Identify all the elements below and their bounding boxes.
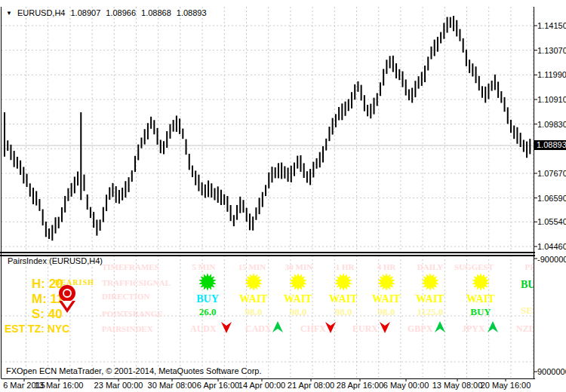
current-price-tag: 1.08893	[534, 140, 566, 150]
signal-label: WAIT	[239, 293, 267, 305]
panel-scale-bottom: 90000000	[537, 367, 566, 376]
timeframe-header: 4 HR	[377, 262, 396, 271]
low-value: 1.08868	[141, 8, 171, 17]
price-axis-label: 1.14150	[537, 21, 566, 30]
chart-ohlc-legend: ▼ EURUSD,H4 1.08907 1.08966 1.08868 1.08…	[6, 8, 207, 17]
currency-index-label: JPYX	[462, 323, 485, 335]
currency-index-label: AUDX	[190, 323, 217, 335]
currency-index-label: NZDX	[516, 323, 534, 335]
points-range-value: 26.0	[199, 306, 217, 318]
panel-row-label: TRAFFICSIGNAL	[102, 278, 171, 287]
panel-row-label: POINTSRANGE	[102, 309, 163, 318]
platform-copyright: FXOpen ECN MetaTrader, © 2001-2014, Meta…	[6, 366, 261, 375]
symbol-label: EURUSD,H4	[17, 8, 66, 17]
time-axis-label: 20 May 16:00	[481, 381, 531, 390]
panel-scale-top: -9000000	[537, 255, 566, 264]
signal-label: WAIT	[329, 293, 357, 305]
indicator-title: PairsIndex (EURUSD,H4)	[8, 256, 103, 265]
panel-row-label: DIRECTION	[102, 292, 150, 301]
currency-index-label: CHFX	[300, 323, 326, 335]
timeframe-header: 15 MIN	[238, 262, 266, 271]
time-axis-label: 21 Apr 08:00	[288, 381, 334, 390]
clock-seconds: S: 40	[32, 307, 63, 322]
symbol-dropdown-arrow-icon[interactable]: ▼	[6, 10, 12, 17]
points-range-value: 98.0	[245, 306, 263, 318]
open-value: 1.08907	[71, 8, 101, 17]
points-range-value: 98.0	[335, 306, 352, 318]
points-range-value: 98.0	[378, 306, 395, 318]
price-axis-label: 1.05540	[537, 217, 566, 226]
timeframe-header: DAILY	[417, 262, 443, 271]
currency-index-label: GBPX	[408, 323, 432, 335]
signal-label: WAIT	[284, 293, 312, 305]
price-axis-label: 1.09830	[537, 120, 566, 129]
price-axis-label: 1.04460	[537, 242, 566, 251]
timeframe-header: PI	[525, 262, 534, 271]
time-axis-label: 14 Apr 00:00	[238, 381, 285, 390]
panel-row-label: TIMEFRAMES	[102, 262, 159, 271]
points-range-value: BUY	[470, 306, 491, 318]
time-axis-label: 23 Mar 00:00	[94, 381, 143, 390]
close-value: 1.08893	[177, 8, 207, 17]
signal-label: WAIT	[466, 293, 494, 305]
timeframe-header: 5 MIN	[192, 262, 216, 271]
time-axis-label: 28 Apr 16:00	[337, 381, 383, 390]
currency-index-label: CADX	[245, 323, 272, 335]
price-axis-label: 1.10910	[537, 95, 566, 104]
price-axis-label: 1.07670	[537, 169, 566, 178]
price-axis-label: 1.06590	[537, 194, 566, 203]
panel-row-label: PAIRSINDEX	[102, 324, 153, 333]
signal-label: BUY	[196, 293, 219, 305]
panel-separator[interactable]	[0, 251, 535, 257]
time-axis-label: 13 Mar 16:00	[35, 381, 84, 390]
price-axis-label: 1.13070	[537, 46, 566, 55]
price-axis-label: 1.11990	[537, 70, 566, 79]
map-pin-icon	[59, 285, 77, 318]
timeframe-header: 1 HR	[336, 262, 355, 271]
signal-label: WAIT	[416, 293, 444, 305]
timezone-label: EST TZ: NYC	[5, 323, 69, 335]
time-axis-label: 30 Mar 08:00	[148, 381, 197, 390]
currency-index-label: EURX	[352, 323, 378, 335]
points-range-value: 1125.0	[417, 306, 443, 318]
suggest-buy-label: BUY	[521, 279, 534, 291]
time-axis-label: 13 May 08:00	[432, 381, 483, 390]
signal-label: WAIT	[372, 293, 400, 305]
time-axis-label: 6 Apr 16:00	[197, 381, 239, 390]
suggest-sell-label: SELL	[521, 305, 534, 317]
metatrader-window: { "legend": {"dropdown_icon":"▼","symbol…	[0, 0, 566, 392]
timeframe-header: SUGGEST	[454, 262, 494, 271]
high-value: 1.08966	[106, 8, 136, 17]
pairsindex-panel: PairsIndex (EURUSD,H4) H: 20 M: 11 S: 40…	[0, 255, 534, 378]
time-axis-label: 6 May 00:00	[383, 381, 429, 390]
timeframe-header: 30 MIN	[285, 262, 312, 271]
points-range-value: 98.0	[290, 306, 307, 318]
